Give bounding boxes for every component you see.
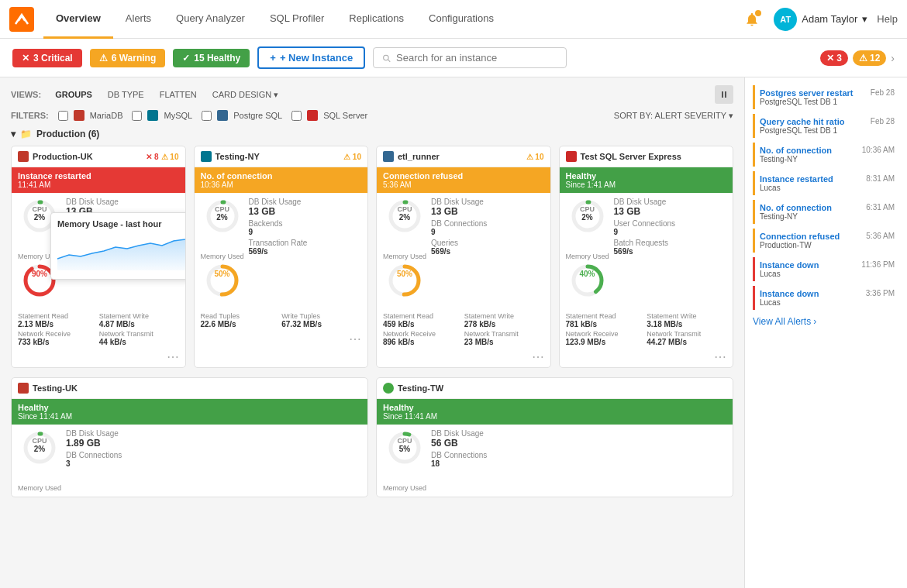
alert-sub: Production-TW (760, 241, 895, 249)
red-count: 3 (836, 53, 842, 64)
filter-mysql[interactable]: MySQL (132, 110, 192, 121)
filter-bar: ✕ 3 Critical ⚠ 6 Warning ✓ 15 Healthy + … (0, 39, 907, 77)
card-more-button[interactable]: ⋯ (560, 348, 733, 367)
pause-button[interactable] (715, 85, 733, 104)
search-icon (381, 53, 391, 64)
filter-mariadb[interactable]: MariaDB (58, 110, 123, 121)
mariadb-icon (18, 151, 29, 162)
chevron-right-icon[interactable]: › (891, 52, 895, 64)
view-groups[interactable]: GROUPS (50, 88, 97, 101)
view-card-design[interactable]: CARD DESIGN ▾ (208, 88, 283, 101)
alert-item[interactable]: Feb 28 Postgres server restart PostgreSQ… (753, 85, 899, 109)
card-test-sql-server[interactable]: Test SQL Server Express HealthySince 1:4… (559, 146, 734, 368)
search-input[interactable] (396, 52, 558, 64)
filters-bar: FILTERS: MariaDB MySQL Postgre SQL SQL S… (11, 110, 733, 121)
views-label: VIEWS: (11, 90, 41, 99)
view-all-alerts-button[interactable]: View All Alerts › (753, 316, 899, 327)
card-more-button[interactable]: ⋯ (195, 330, 368, 349)
search-box[interactable] (373, 47, 567, 68)
warning-badge[interactable]: ⚠ 6 Warning (90, 49, 166, 67)
card-stats: Statement Read459 kB/s Statement Write27… (377, 312, 550, 348)
logo (9, 7, 34, 32)
postgres-icon (383, 383, 394, 394)
alert-time: 3:36 PM (866, 289, 895, 297)
nav-right: AT Adam Taylor ▾ Help (740, 7, 898, 32)
card-title: Production-UK (33, 152, 93, 161)
svg-rect-2 (725, 91, 726, 98)
user-menu[interactable]: AT Adam Taylor ▾ (774, 8, 867, 31)
card-badge-orange: ⚠ 10 (343, 153, 361, 161)
card-more-button[interactable]: ⋯ (12, 348, 185, 367)
memory-label: Memory Used (201, 253, 244, 260)
alert-item[interactable]: Feb 28 Query cache hit ratio PostgreSQL … (753, 114, 899, 138)
tab-sql-profiler[interactable]: SQL Profiler (257, 0, 336, 39)
cpu-gauge: CPU2% Memory Used 40% (566, 198, 609, 308)
filter-postgres-checkbox[interactable] (202, 111, 212, 121)
group-header[interactable]: ▾ 📁 Production (6) (11, 129, 733, 139)
mysql-icon (201, 151, 212, 162)
x-icon: ✕ (826, 53, 834, 64)
alert-item[interactable]: 6:31 AM No. of connection Testing-NY (753, 200, 899, 224)
card-etl-runner[interactable]: etl_runner ⚠ 10 Connection refused5:36 A… (376, 146, 551, 368)
mariadb-icon (74, 110, 84, 121)
sort-selector[interactable]: SORT BY: ALERT SEVERITY ▾ (614, 111, 733, 121)
card-metrics-right: DB Disk Usage 1.89 GB DB Connections 3 (66, 429, 361, 468)
critical-count: 3 Critical (33, 53, 73, 64)
card-badges: ✕ 8 ⚠ 10 (146, 153, 178, 161)
sparkline-chart (57, 232, 186, 270)
memory-label: Memory Used (566, 253, 609, 260)
view-flatten[interactable]: FLATTEN (155, 88, 202, 101)
tooltip-title: Memory Usage - last hour (57, 219, 186, 229)
status-banner: HealthySince 1:41 AM (560, 167, 733, 193)
card-testing-tw[interactable]: Testing-TW HealthySince 11:41 AM CPU5% (376, 377, 733, 497)
new-instance-button[interactable]: + + New Instance (257, 46, 365, 69)
alert-count-orange[interactable]: ⚠ 12 (853, 50, 886, 66)
cpu-gauge: CPU2% Memory Used 50% (383, 198, 426, 308)
filter-mariadb-checkbox[interactable] (58, 111, 68, 121)
tab-configurations[interactable]: Configurations (416, 0, 506, 39)
filter-mysql-checkbox[interactable] (132, 111, 142, 121)
alert-sub: Lucas (760, 298, 895, 307)
card-metrics-right: DB Disk Usage 13 GB DB Connections 9 Que… (431, 198, 543, 256)
alert-item[interactable]: 8:31 AM Instance restarted Lucas (753, 171, 899, 195)
alert-item[interactable]: 3:36 PM Instance down Lucas (753, 286, 899, 310)
alert-time: 5:36 AM (866, 232, 895, 240)
help-button[interactable]: Help (877, 13, 898, 25)
filter-sqlserver-checkbox[interactable] (291, 111, 302, 121)
alert-list: Feb 28 Postgres server restart PostgreSQ… (753, 85, 899, 310)
card-header-left: Production-UK (18, 151, 93, 162)
plus-icon: + (270, 52, 276, 64)
card-badge-orange: ⚠ 10 (161, 153, 179, 161)
card-badge-red: ✕ 8 (146, 153, 158, 161)
view-db-type[interactable]: DB TYPE (103, 88, 149, 101)
svg-rect-0 (9, 7, 34, 32)
folder-icon: 📁 (20, 129, 32, 139)
notifications-button[interactable] (740, 7, 764, 32)
right-badges: ✕ 3 ⚠ 12 › (820, 50, 895, 66)
healthy-badge[interactable]: ✓ 15 Healthy (173, 49, 250, 67)
card-testing-ny[interactable]: Testing-NY ⚠ 10 No. of connection10:36 A… (194, 146, 369, 368)
card-header-left: Testing-UK (18, 383, 78, 394)
tab-overview[interactable]: Overview (43, 0, 113, 39)
alert-item[interactable]: 11:36 PM Instance down Lucas (753, 257, 899, 281)
alert-time: 10:36 AM (862, 146, 895, 154)
new-instance-label: + New Instance (280, 52, 353, 64)
tab-alerts[interactable]: Alerts (113, 0, 164, 39)
critical-badge[interactable]: ✕ 3 Critical (12, 49, 82, 67)
alert-item[interactable]: 10:36 AM No. of connection Testing-NY (753, 143, 899, 167)
alert-count-red[interactable]: ✕ 3 (820, 50, 848, 66)
tab-query-analyzer[interactable]: Query Analyzer (164, 0, 257, 39)
card-production-uk[interactable]: Production-UK ✕ 8 ⚠ 10 Instance restarte… (11, 146, 186, 368)
filter-sqlserver[interactable]: SQL Server (291, 110, 367, 121)
alert-item[interactable]: 5:36 AM Connection refused Production-TW (753, 229, 899, 253)
alert-sub: PostgreSQL Test DB 1 (760, 98, 895, 106)
card-testing-uk[interactable]: Testing-UK HealthySince 11:41 AM CPU2% (11, 377, 368, 497)
card-header: Production-UK ✕ 8 ⚠ 10 (12, 146, 185, 167)
tab-replications[interactable]: Replications (336, 0, 416, 39)
warning-count: 6 Warning (112, 53, 157, 64)
card-more-button[interactable]: ⋯ (377, 348, 550, 367)
card-metrics-right: DB Disk Usage 13 GB Backends 9 Transacti… (249, 198, 361, 256)
card-header: Testing-NY ⚠ 10 (195, 146, 368, 167)
left-panel: VIEWS: GROUPS DB TYPE FLATTEN CARD DESIG… (0, 77, 744, 588)
filter-postgres[interactable]: Postgre SQL (202, 110, 282, 121)
